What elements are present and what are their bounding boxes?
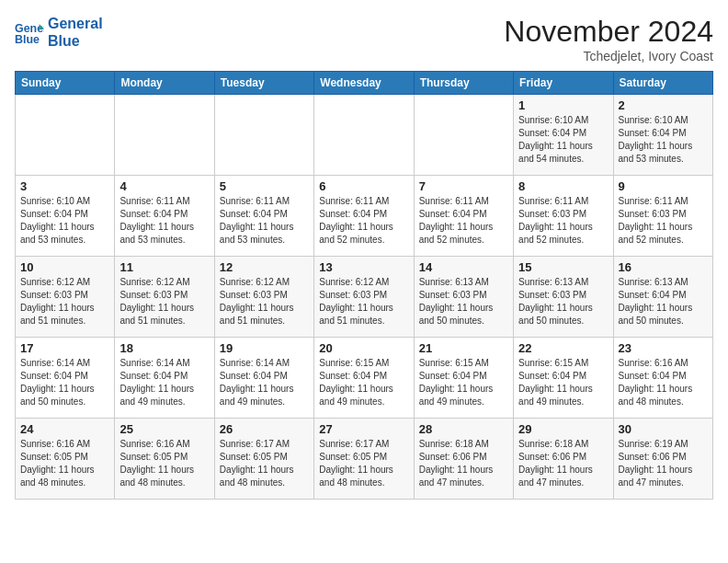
- month-title: November 2024: [504, 15, 713, 49]
- calendar-cell: 10Sunrise: 6:12 AM Sunset: 6:03 PM Dayli…: [16, 257, 115, 338]
- svg-text:Blue: Blue: [15, 33, 40, 46]
- day-number: 13: [319, 260, 408, 274]
- logo-line2: Blue: [48, 32, 103, 50]
- calendar-cell: 4Sunrise: 6:11 AM Sunset: 6:04 PM Daylig…: [115, 176, 214, 257]
- day-number: 7: [419, 179, 508, 193]
- day-info: Sunrise: 6:11 AM Sunset: 6:04 PM Dayligh…: [419, 195, 508, 247]
- day-number: 2: [619, 98, 708, 112]
- calendar-cell: 16Sunrise: 6:13 AM Sunset: 6:04 PM Dayli…: [613, 257, 712, 338]
- day-info: Sunrise: 6:15 AM Sunset: 6:04 PM Dayligh…: [518, 357, 608, 408]
- day-info: Sunrise: 6:19 AM Sunset: 6:06 PM Dayligh…: [619, 438, 708, 489]
- day-info: Sunrise: 6:17 AM Sunset: 6:05 PM Dayligh…: [220, 438, 309, 489]
- day-info: Sunrise: 6:14 AM Sunset: 6:04 PM Dayligh…: [220, 357, 309, 408]
- calendar-cell: [414, 95, 513, 176]
- weekday-header: Sunday: [16, 72, 115, 95]
- day-info: Sunrise: 6:18 AM Sunset: 6:06 PM Dayligh…: [518, 438, 608, 489]
- calendar-cell: [214, 95, 313, 176]
- day-number: 28: [419, 422, 508, 436]
- day-number: 26: [220, 422, 309, 436]
- day-info: Sunrise: 6:10 AM Sunset: 6:04 PM Dayligh…: [20, 195, 109, 247]
- weekday-header: Saturday: [613, 72, 712, 95]
- calendar-header: SundayMondayTuesdayWednesdayThursdayFrid…: [16, 72, 713, 95]
- day-info: Sunrise: 6:10 AM Sunset: 6:04 PM Dayligh…: [619, 114, 708, 166]
- day-info: Sunrise: 6:11 AM Sunset: 6:04 PM Dayligh…: [119, 195, 209, 247]
- calendar-cell: 27Sunrise: 6:17 AM Sunset: 6:05 PM Dayli…: [314, 419, 414, 500]
- day-info: Sunrise: 6:10 AM Sunset: 6:04 PM Dayligh…: [518, 114, 608, 166]
- calendar-cell: [115, 95, 214, 176]
- calendar-cell: 15Sunrise: 6:13 AM Sunset: 6:03 PM Dayli…: [514, 257, 613, 338]
- calendar-cell: 12Sunrise: 6:12 AM Sunset: 6:03 PM Dayli…: [214, 257, 313, 338]
- logo-line1: General: [48, 15, 103, 32]
- day-info: Sunrise: 6:13 AM Sunset: 6:03 PM Dayligh…: [419, 276, 508, 327]
- calendar-cell: 5Sunrise: 6:11 AM Sunset: 6:04 PM Daylig…: [214, 176, 313, 257]
- day-number: 19: [220, 341, 309, 355]
- day-number: 17: [20, 341, 109, 355]
- day-info: Sunrise: 6:13 AM Sunset: 6:04 PM Dayligh…: [619, 276, 708, 327]
- calendar-cell: 30Sunrise: 6:19 AM Sunset: 6:06 PM Dayli…: [613, 419, 712, 500]
- day-info: Sunrise: 6:16 AM Sunset: 6:04 PM Dayligh…: [619, 357, 708, 408]
- day-number: 6: [319, 179, 408, 193]
- day-number: 23: [619, 341, 708, 355]
- calendar-cell: 23Sunrise: 6:16 AM Sunset: 6:04 PM Dayli…: [613, 338, 712, 419]
- day-number: 16: [619, 260, 708, 274]
- calendar-cell: 17Sunrise: 6:14 AM Sunset: 6:04 PM Dayli…: [16, 338, 115, 419]
- weekday-header: Thursday: [414, 72, 513, 95]
- calendar-cell: 6Sunrise: 6:11 AM Sunset: 6:04 PM Daylig…: [314, 176, 414, 257]
- title-block: November 2024 Tchedjelet, Ivory Coast: [504, 15, 713, 63]
- day-info: Sunrise: 6:12 AM Sunset: 6:03 PM Dayligh…: [319, 276, 408, 327]
- calendar-cell: 28Sunrise: 6:18 AM Sunset: 6:06 PM Dayli…: [414, 419, 513, 500]
- calendar-cell: 24Sunrise: 6:16 AM Sunset: 6:05 PM Dayli…: [16, 419, 115, 500]
- page-header: General Blue General Blue November 2024 …: [15, 15, 713, 63]
- day-info: Sunrise: 6:12 AM Sunset: 6:03 PM Dayligh…: [119, 276, 209, 327]
- day-info: Sunrise: 6:15 AM Sunset: 6:04 PM Dayligh…: [419, 357, 508, 408]
- day-info: Sunrise: 6:18 AM Sunset: 6:06 PM Dayligh…: [419, 438, 508, 489]
- day-number: 15: [518, 260, 608, 274]
- day-number: 24: [20, 422, 109, 436]
- calendar-cell: 21Sunrise: 6:15 AM Sunset: 6:04 PM Dayli…: [414, 338, 513, 419]
- day-info: Sunrise: 6:11 AM Sunset: 6:04 PM Dayligh…: [319, 195, 408, 247]
- day-number: 11: [119, 260, 209, 274]
- calendar-cell: [16, 95, 115, 176]
- calendar-cell: 18Sunrise: 6:14 AM Sunset: 6:04 PM Dayli…: [115, 338, 214, 419]
- calendar-cell: 9Sunrise: 6:11 AM Sunset: 6:03 PM Daylig…: [613, 176, 712, 257]
- calendar-cell: 14Sunrise: 6:13 AM Sunset: 6:03 PM Dayli…: [414, 257, 513, 338]
- day-number: 22: [518, 341, 608, 355]
- calendar-cell: 13Sunrise: 6:12 AM Sunset: 6:03 PM Dayli…: [314, 257, 414, 338]
- day-info: Sunrise: 6:16 AM Sunset: 6:05 PM Dayligh…: [20, 438, 109, 489]
- day-info: Sunrise: 6:11 AM Sunset: 6:03 PM Dayligh…: [619, 195, 708, 247]
- calendar-cell: 19Sunrise: 6:14 AM Sunset: 6:04 PM Dayli…: [214, 338, 313, 419]
- calendar-cell: 29Sunrise: 6:18 AM Sunset: 6:06 PM Dayli…: [514, 419, 613, 500]
- calendar-cell: 20Sunrise: 6:15 AM Sunset: 6:04 PM Dayli…: [314, 338, 414, 419]
- day-number: 21: [419, 341, 508, 355]
- weekday-header: Friday: [514, 72, 613, 95]
- location-label: Tchedjelet, Ivory Coast: [504, 49, 713, 63]
- day-number: 27: [319, 422, 408, 436]
- calendar-table: SundayMondayTuesdayWednesdayThursdayFrid…: [15, 71, 713, 500]
- day-number: 14: [419, 260, 508, 274]
- logo-icon: General Blue: [15, 17, 44, 47]
- day-info: Sunrise: 6:17 AM Sunset: 6:05 PM Dayligh…: [319, 438, 408, 489]
- day-number: 25: [119, 422, 209, 436]
- weekday-header: Tuesday: [214, 72, 313, 95]
- day-number: 12: [220, 260, 309, 274]
- day-number: 10: [20, 260, 109, 274]
- day-info: Sunrise: 6:14 AM Sunset: 6:04 PM Dayligh…: [20, 357, 109, 408]
- day-number: 18: [119, 341, 209, 355]
- calendar-cell: 25Sunrise: 6:16 AM Sunset: 6:05 PM Dayli…: [115, 419, 214, 500]
- day-number: 5: [220, 179, 309, 193]
- day-number: 4: [119, 179, 209, 193]
- day-number: 3: [20, 179, 109, 193]
- calendar-cell: 11Sunrise: 6:12 AM Sunset: 6:03 PM Dayli…: [115, 257, 214, 338]
- calendar-cell: 2Sunrise: 6:10 AM Sunset: 6:04 PM Daylig…: [613, 95, 712, 176]
- weekday-header: Monday: [115, 72, 214, 95]
- day-info: Sunrise: 6:11 AM Sunset: 6:04 PM Dayligh…: [220, 195, 309, 247]
- calendar-cell: 7Sunrise: 6:11 AM Sunset: 6:04 PM Daylig…: [414, 176, 513, 257]
- day-number: 1: [518, 98, 608, 112]
- calendar-cell: [314, 95, 414, 176]
- day-info: Sunrise: 6:15 AM Sunset: 6:04 PM Dayligh…: [319, 357, 408, 408]
- calendar-cell: 8Sunrise: 6:11 AM Sunset: 6:03 PM Daylig…: [514, 176, 613, 257]
- day-number: 20: [319, 341, 408, 355]
- day-info: Sunrise: 6:12 AM Sunset: 6:03 PM Dayligh…: [20, 276, 109, 327]
- day-info: Sunrise: 6:16 AM Sunset: 6:05 PM Dayligh…: [119, 438, 209, 489]
- logo: General Blue General Blue: [15, 15, 103, 50]
